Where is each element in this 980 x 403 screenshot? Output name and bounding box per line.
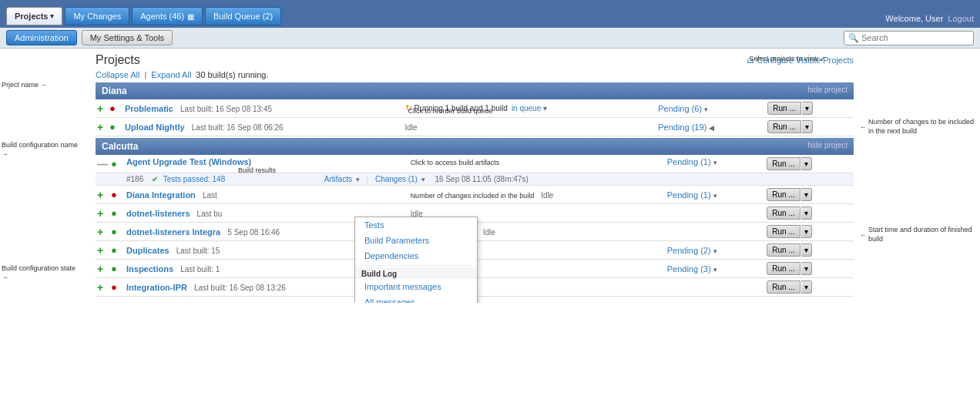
important-messages-item[interactable]: Important messages [355,279,477,294]
diana-int-link[interactable]: Diana Integration [126,190,196,200]
upload-status-icon: ● [109,121,116,133]
table-row: + ● Upload Nightly Last built: 16 Sep 08… [96,118,854,136]
diana-int-status: ● [111,189,117,200]
my-changes-label: My Changes [73,12,121,21]
administration-button[interactable]: Administration [6,30,77,45]
project-name-annotation: Prject name [2,81,39,89]
diana-hide-link[interactable]: hide project [807,86,847,94]
search-input[interactable] [861,33,969,42]
projects-tab-label: Projects [15,12,48,21]
diana-int-idle: Idle [541,191,553,200]
dup-status: ● [111,244,117,256]
click-access-hint: Click to access build artifacts [411,159,500,166]
upload-pending[interactable]: Pending (19) [658,123,706,132]
dup-last: Last built: 15 [176,247,220,255]
problematic-run-arrow[interactable]: ▾ [802,102,813,115]
dup-run-btn[interactable]: Run ... [767,243,800,257]
diana-int-run-arrow[interactable]: ▾ [801,188,812,201]
build-queue-tab[interactable]: Build Queue (2) [205,7,281,25]
inspections-link[interactable]: Inspections [126,264,173,274]
diana-int-pending[interactable]: Pending (1) [667,190,711,200]
insp-run-arrow[interactable]: ▾ [801,262,812,275]
duplicates-link[interactable]: Duplicates [126,246,169,255]
projects-dropdown-icon[interactable]: ▾ [50,12,54,20]
page-title: Projects [96,53,140,67]
calcutta-hide-link[interactable]: hide project [807,141,847,149]
start-time-annotation: Start time and duration of finished buil… [868,226,980,243]
num-changes-in-build-ann: Number of changes included in the build [411,192,535,200]
ipr-link[interactable]: Integration-IPR [126,283,187,292]
build-results-annotation: Build results [238,166,276,174]
agent-pending[interactable]: Pending (1) [667,157,711,166]
dotnet2-last: 5 Sep 08 16:46 [227,228,280,237]
dotnet-run-btn[interactable]: Run ... [767,207,800,220]
agents-tab[interactable]: Agents (46) ▦ [132,7,203,25]
my-changes-tab[interactable]: My Changes [65,7,129,25]
dup-pending[interactable]: Pending (2) [667,246,711,255]
in-queue-link[interactable]: in queue [512,104,541,113]
dotnet2-run-arrow[interactable]: ▾ [801,225,812,238]
add-ipr-icon[interactable]: + [97,281,103,294]
select-projects-hint: Select projects to view [749,55,818,62]
dotnet-run-arrow[interactable]: ▾ [801,207,812,220]
build-config-name-annotation: Build configuration name [2,141,78,150]
tests-menu-item[interactable]: Tests [355,217,477,233]
agent-run-arrow[interactable]: ▾ [801,157,812,170]
upload-run-arrow[interactable]: ▾ [802,120,813,133]
changes-link[interactable]: Changes (1) [375,175,418,183]
ipr-run-btn[interactable]: Run ... [767,280,800,294]
my-settings-button[interactable]: My Settings & Tools [82,30,173,45]
add-problematic-icon[interactable]: + [97,102,103,115]
tests-passed-link[interactable]: Tests passed: 148 [163,175,226,183]
dotnet2-run-btn[interactable]: Run ... [767,225,800,238]
table-row: — ● Agent Upgrade Test (Windows) Click t… [96,155,854,173]
add-dotnet2-icon[interactable]: + [97,226,103,238]
build-detail-row: #186 ✔ Tests passed: 148 Build results A… [96,173,854,186]
collapse-all-link[interactable]: Collapse All [96,70,139,79]
upload-nightly-link[interactable]: Upload Nightly [125,123,185,132]
dotnet-link[interactable]: dotnet-listeners [126,209,190,218]
builds-running: 30 build(s) running. [196,70,268,79]
dotnet2-link[interactable]: dotnet-listeners Integra [126,227,220,237]
add-agent-icon[interactable]: — [97,158,108,170]
diana-int-last: Last [203,191,217,200]
dup-run-arrow[interactable]: ▾ [801,243,812,257]
ipr-run-arrow[interactable]: ▾ [801,280,812,294]
artifacts-link[interactable]: Artifacts [324,175,352,183]
ipr-last: Last built: 16 Sep 08 13:26 [194,284,286,292]
dependencies-menu-item[interactable]: Dependencies [355,248,477,264]
problematic-last-built: Last built: 16 Sep 08 13:45 [180,105,272,113]
add-dotnet-icon[interactable]: + [97,207,103,220]
agent-run-btn[interactable]: Run ... [767,157,800,170]
build-config-state-annotation: Build configuration state [2,264,76,274]
problematic-status-icon: ● [109,102,116,114]
problematic-pending[interactable]: Pending (6) [658,104,702,113]
build-log-section-header: Build Log [355,267,477,279]
insp-pending[interactable]: Pending (3) [667,264,711,274]
expand-all-link[interactable]: Expand All [151,70,191,79]
logout-link[interactable]: Logout [948,14,974,23]
problematic-link[interactable]: Problematic [125,104,173,113]
insp-run-btn[interactable]: Run ... [767,262,800,275]
welcome-text: Welcome, User [885,14,943,23]
all-messages-item[interactable]: All messages [355,294,477,303]
dotnet-status: ● [111,207,117,219]
build-params-menu-item[interactable]: Build Parameters [355,233,477,248]
agent-upgrade-link[interactable]: Agent Upgrade Test (Windows) [126,157,251,166]
ipr-status: ● [111,281,117,293]
add-insp-icon[interactable]: + [97,263,103,275]
diana-project-header: Diana hide project [96,82,854,99]
problematic-run-btn[interactable]: Run ... [767,102,800,115]
diana-int-run-btn[interactable]: Run ... [767,188,800,201]
projects-tab[interactable]: Projects ▾ [6,7,62,25]
dotnet-last: Last bu [197,210,223,218]
agent-status-icon: ● [111,158,117,170]
dotnet2-idle: Idle [483,228,495,237]
upload-last-built: Last built: 16 Sep 08 06:26 [192,123,284,132]
upload-run-btn[interactable]: Run ... [767,120,800,133]
add-diana-int-icon[interactable]: + [97,189,103,201]
table-row: + ● Diana Integration Last Number of cha… [96,186,854,204]
add-dup-icon[interactable]: + [97,244,103,257]
insp-last: Last built: 1 [180,265,220,274]
add-upload-icon[interactable]: + [97,121,103,133]
